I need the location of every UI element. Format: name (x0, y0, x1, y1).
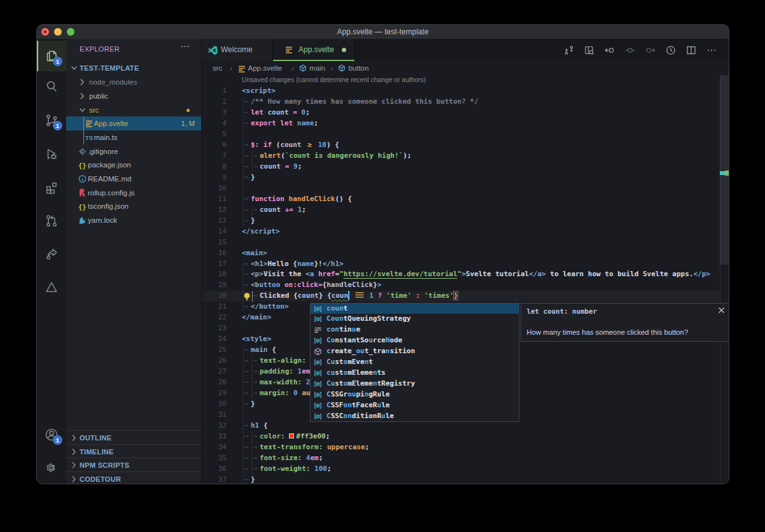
file-yarn-lock[interactable]: yarn.lock (66, 213, 201, 227)
suggestion-constantsourcenode[interactable]: ConstantSourceNode (311, 335, 519, 346)
activity-source-control[interactable]: 1 (37, 105, 66, 136)
file-history-icon[interactable] (666, 45, 676, 55)
code-line-15: 15 (202, 237, 729, 248)
breadcrumb-button[interactable]: button (348, 61, 368, 75)
split-editor-icon[interactable] (686, 45, 696, 55)
editor-scrollbar[interactable] (720, 75, 729, 484)
line-number: 18 (202, 269, 227, 280)
activity-accounts[interactable]: 1 (37, 419, 66, 450)
file--gitignore[interactable]: .gitignore (66, 144, 201, 158)
line-number: 11 (202, 194, 227, 205)
code-line-10: 10 (202, 183, 729, 194)
file-main-ts[interactable]: TSmain.ts (66, 130, 201, 144)
activity-run-debug[interactable] (37, 139, 66, 169)
open-change-icon[interactable] (625, 45, 635, 55)
close-icon[interactable] (718, 307, 725, 314)
line-number: 2 (202, 97, 227, 108)
more-actions-icon[interactable] (706, 45, 717, 55)
info-file-icon (78, 174, 87, 183)
chevron-right-icon (78, 89, 86, 103)
breadcrumb-src[interactable]: src (213, 61, 222, 75)
breadcrumb-main[interactable]: main (309, 61, 325, 75)
activity-azure[interactable] (37, 272, 66, 302)
ts-file-icon: TS (85, 133, 94, 142)
activity-explorer[interactable]: 1 (37, 41, 66, 71)
line-number: 23 (202, 323, 227, 334)
folder-root-test-template[interactable]: TEST-TEMPLATE (66, 61, 201, 75)
suggestion-countqueuingstrategy[interactable]: CountQueuingStrategy (311, 314, 519, 325)
line-number: 35 (202, 453, 227, 464)
next-change-icon[interactable] (645, 45, 656, 55)
section-timeline[interactable]: TIMELINE (66, 444, 201, 458)
json-file-icon: {} (78, 160, 87, 169)
settings-icon (44, 460, 59, 475)
scrollbar-thumb[interactable] (720, 75, 729, 265)
file-readme-md[interactable]: README.md (66, 172, 201, 186)
suggestion-customelementregistry[interactable]: CustomElementRegistry (311, 379, 519, 389)
line-number: 9 (202, 172, 227, 183)
line-number: 17 (202, 259, 227, 270)
tab-app-svelte[interactable]: App.svelte (273, 39, 355, 61)
suggestion-customelements[interactable]: customElements (311, 368, 519, 379)
suggestion-cssfontfacerule[interactable]: CSSFontFaceRule (311, 400, 519, 411)
code-line-20: 20→→Clicked {count} {coun 1 ? 'time' : '… (202, 291, 729, 302)
vscode-logo-icon (208, 45, 218, 55)
breadcrumb-app-svelte[interactable]: App.svelte (248, 61, 283, 75)
line-number: 25 (202, 345, 227, 356)
symbol-variable-icon (314, 369, 322, 377)
suggestion-cssgroupingrule[interactable]: CSSGroupingRule (311, 389, 519, 400)
activity-github-pull-requests[interactable] (37, 206, 66, 236)
suggestion-count[interactable]: count (311, 304, 519, 314)
color-swatch (289, 433, 294, 438)
file-public[interactable]: public (66, 89, 201, 103)
lightbulb-icon[interactable] (242, 292, 251, 301)
suggestion-customevent[interactable]: CustomEvent (311, 357, 519, 368)
more-actions-icon[interactable]: ⋯ (180, 41, 190, 52)
suggestion-cssconditionrule[interactable]: CSSConditionRule (311, 411, 519, 422)
overview-ruler-mark (720, 171, 725, 175)
code-line-37: 37→} (202, 475, 729, 484)
line-number: 20 (202, 291, 227, 302)
file-node-modules[interactable]: node_modules (66, 75, 201, 89)
line-number: 12 (202, 205, 227, 216)
file-package-json[interactable]: {}package.json (66, 158, 201, 172)
chevron-right-icon (70, 445, 78, 459)
activity-bar: 111 (37, 39, 66, 484)
chevron-right-icon (70, 472, 78, 484)
code-line-6: 6→$: if (count ≥ 10) { (202, 140, 729, 151)
dirty-indicator-dot[interactable] (342, 48, 346, 52)
gitlens-compare-icon[interactable] (564, 45, 574, 55)
file-app-svelte[interactable]: App.svelte1, M (66, 116, 201, 130)
line-number: 14 (202, 227, 227, 237)
activity-extensions[interactable] (37, 172, 66, 203)
section-outline[interactable]: OUTLINE (66, 430, 201, 444)
codelens-annotation[interactable]: Unsaved changes (cannot determine recent… (242, 76, 426, 83)
line-number: 27 (202, 367, 227, 377)
suggestion-create_out_transition[interactable]: create_out_transition (311, 346, 519, 357)
section-codetour[interactable]: CODETOUR (66, 472, 201, 484)
title-bar[interactable]: App.svelte — test-template (37, 25, 729, 39)
overview-ruler-mark (725, 171, 729, 176)
suggestion-continue[interactable]: continue (311, 325, 519, 335)
open-changes-icon[interactable] (584, 45, 594, 55)
previous-change-icon[interactable] (605, 45, 615, 55)
activity-live-share[interactable] (37, 239, 66, 269)
intellisense-suggest-widget: countCountQueuingStrategycontinueConstan… (310, 303, 519, 422)
file-tsconfig-json[interactable]: {}tsconfig.json (66, 199, 201, 213)
tab-welcome[interactable]: Welcome (202, 39, 273, 61)
code-editor[interactable]: Unsaved changes (cannot determine recent… (202, 75, 729, 484)
activity-settings[interactable] (37, 452, 66, 483)
activity-search[interactable] (37, 71, 66, 102)
search-icon (44, 79, 59, 94)
line-number: 32 (202, 421, 227, 431)
line-number: 3 (202, 108, 227, 118)
symbol-variable-icon (314, 315, 322, 323)
svg-text:{}: {} (78, 162, 87, 169)
section-npm-scripts[interactable]: NPM SCRIPTS (66, 458, 201, 472)
line-number: 31 (202, 410, 227, 421)
line-number: 26 (202, 356, 227, 367)
line-number: 34 (202, 442, 227, 453)
file-rollup-config-js[interactable]: rollup.config.js (66, 186, 201, 200)
file-src[interactable]: src (66, 103, 201, 117)
code-line-12: 12→→count += 1; (202, 205, 729, 216)
